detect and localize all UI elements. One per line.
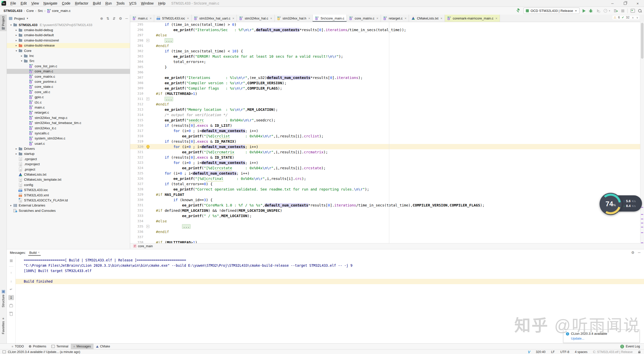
code-line[interactable]: 310#if (MULTITHREAD>1) bbox=[130, 91, 644, 96]
chevron-collapsed-icon[interactable]: ▸ bbox=[14, 147, 18, 150]
code-line[interactable]: 331 ee_printf("CoreMark 1.0 : %f / %s %s… bbox=[130, 202, 644, 208]
code-line[interactable]: 312#endif bbox=[130, 101, 644, 107]
tree-item[interactable]: system_stm32l4xx.c bbox=[7, 136, 130, 141]
inspections-status-icon[interactable]: V bbox=[528, 350, 530, 354]
menu-file[interactable]: File bbox=[8, 0, 18, 7]
caret-position[interactable]: 320:40 bbox=[536, 350, 545, 354]
next-issue-icon[interactable]: ∨ bbox=[636, 16, 638, 19]
editor-tab[interactable]: stm32l4xx_hal.c× bbox=[237, 15, 275, 22]
toolwindow-button-project[interactable]: Project bbox=[0, 15, 7, 31]
toolwindow-button-favorites[interactable]: ★ Favorites bbox=[0, 316, 7, 336]
code-line[interactable]: 301#endif bbox=[130, 43, 644, 48]
down-arrow-icon[interactable]: ↓ bbox=[8, 278, 14, 283]
tree-item[interactable]: ▾Src bbox=[7, 58, 130, 64]
code-line[interactable]: 298+ ... bbox=[130, 38, 644, 43]
code-line[interactable]: 320 for (i=0 ; i<default_num_contexts; i… bbox=[130, 144, 644, 149]
search-everywhere-icon[interactable] bbox=[638, 9, 642, 13]
tree-item[interactable]: core_matrix.c bbox=[7, 74, 130, 79]
code-line[interactable]: 329#if HAS_FLOAT bbox=[130, 192, 644, 197]
status-message[interactable]: CLion 2020.3.4 available // Update... (a… bbox=[3, 350, 80, 354]
code-line[interactable]: 338#if (MULTITHREAD>1) bbox=[130, 240, 644, 243]
code-line[interactable]: 322 if (results[0].execs & ID_STATE) bbox=[130, 155, 644, 160]
code-line[interactable]: 334#else bbox=[130, 218, 644, 224]
chevron-collapsed-icon[interactable]: ▸ bbox=[19, 54, 24, 57]
tree-item[interactable]: .mxproject bbox=[7, 162, 130, 167]
tab-close-icon[interactable]: × bbox=[38, 251, 40, 254]
menu-code[interactable]: Code bbox=[60, 0, 73, 7]
tree-item[interactable]: STM32L433CCTx_FLASH.ld bbox=[7, 198, 130, 203]
attach-to-process-button[interactable] bbox=[614, 9, 618, 13]
code-line[interactable]: 307 ee_printf("Iterations : %lu\n\r",(ee… bbox=[130, 75, 644, 80]
code-line[interactable]: 333 ee_printf(" / %s",MEM_LOCATION); bbox=[130, 213, 644, 218]
tree-item[interactable]: CMakeLists.txt bbox=[7, 172, 130, 177]
error-stripe-mark[interactable] bbox=[641, 227, 643, 227]
chevron-collapsed-icon[interactable]: ▸ bbox=[14, 29, 18, 31]
chevron-collapsed-icon[interactable]: ▸ bbox=[14, 44, 18, 47]
tree-item[interactable]: ▾STM32L433E:\yuwen\STM32\Proj\STM32L433 bbox=[7, 22, 130, 27]
project-panel-title[interactable]: Project bbox=[14, 17, 25, 20]
tree-item[interactable]: stm32l4xx_hal_msp.c bbox=[7, 115, 130, 120]
scroll-to-end-icon[interactable]: ↧ bbox=[8, 295, 14, 300]
editor-tab[interactable]: Src\core_main.c bbox=[313, 15, 347, 22]
prev-issue-icon[interactable]: ∧ bbox=[632, 16, 634, 19]
inspections-widget[interactable]: ⚠ 6 ✔ 32 ∧ ∨ bbox=[612, 15, 639, 19]
restore-button[interactable] bbox=[619, 0, 631, 7]
tree-item[interactable]: .cproject bbox=[7, 156, 130, 161]
code-line[interactable]: 317 for (i=0 ; i<default_num_contexts; i… bbox=[130, 128, 644, 133]
fold-expand-icon[interactable]: + bbox=[146, 97, 149, 100]
tree-item[interactable]: ▸cmake-build-debug bbox=[7, 27, 130, 32]
editor-tab[interactable]: stm32l4xx_hal.h× bbox=[275, 15, 313, 22]
fold-expand-icon[interactable]: + bbox=[146, 39, 149, 42]
tab-close-icon[interactable]: × bbox=[405, 16, 407, 20]
locate-file-icon[interactable]: ⊕ bbox=[100, 16, 103, 20]
coverage-button[interactable] bbox=[596, 9, 600, 13]
tab-close-icon[interactable]: × bbox=[150, 16, 152, 20]
breadcrumb-file[interactable]: core_main.c bbox=[52, 9, 71, 13]
fold-expand-icon[interactable]: + bbox=[146, 225, 149, 228]
update-link[interactable]: Update... bbox=[571, 337, 637, 340]
up-arrow-icon[interactable]: ↑ bbox=[8, 270, 14, 275]
code-line[interactable]: 315 ee_printf("seedcrc : 0x%04x\n\r",see… bbox=[130, 117, 644, 123]
tree-item[interactable]: usart.c bbox=[7, 141, 130, 146]
code-line[interactable]: 304 total_errors++; bbox=[130, 59, 644, 64]
menu-help[interactable]: Help bbox=[156, 0, 168, 7]
print-icon[interactable] bbox=[8, 303, 14, 308]
expand-all-icon[interactable]: ⇅ bbox=[106, 16, 109, 20]
breadcrumb-src[interactable]: Src bbox=[38, 9, 43, 13]
tree-item[interactable]: stm32l4xx_hal_timebase_tim.c bbox=[7, 120, 130, 125]
toolwindow-button-todo[interactable]: ≡TODO bbox=[9, 344, 26, 349]
breadcrumb-project[interactable]: STM32L433 bbox=[4, 9, 22, 13]
code-line[interactable]: 305 } bbox=[130, 64, 644, 70]
tree-item[interactable]: ▸startup bbox=[7, 151, 130, 156]
tab-close-icon[interactable]: × bbox=[270, 16, 272, 20]
menu-navigate[interactable]: Navigate bbox=[41, 0, 60, 7]
tree-item[interactable]: ▸cmake-build-minsizerel bbox=[7, 38, 130, 43]
code-line[interactable]: 321 ee_printf("[%d]crcmatrix : 0x%04x\n\… bbox=[130, 149, 644, 155]
tab-close-icon[interactable]: × bbox=[232, 16, 234, 20]
code-editor[interactable]: 295 if (time_in_secs(total_time) > 0)296… bbox=[130, 22, 644, 243]
scrollbar-thumb[interactable] bbox=[641, 23, 643, 59]
tree-item[interactable]: core_main.c bbox=[7, 69, 130, 74]
tree-item[interactable]: core_util.c bbox=[7, 89, 130, 94]
tree-item[interactable]: STM32L433.ioc bbox=[7, 188, 130, 193]
tree-item[interactable]: STM32L433.xml bbox=[7, 193, 130, 198]
tree-item[interactable]: main.c bbox=[7, 105, 130, 110]
tree-item[interactable]: Scratches and Consoles bbox=[7, 208, 130, 213]
editor-tab[interactable]: retarget.c× bbox=[381, 15, 409, 22]
code-line[interactable]: 311+ ... bbox=[130, 96, 644, 101]
code-line[interactable]: 324 ee_printf("[%d]crcstate : 0x%04x\n\r… bbox=[130, 165, 644, 171]
tree-item[interactable]: retarget.c bbox=[7, 110, 130, 115]
indent-style[interactable]: 4 spaces bbox=[575, 350, 587, 354]
code-line[interactable]: 296 ee_printf("Iterations/Sec : %f\n\r",… bbox=[130, 27, 644, 32]
menu-edit[interactable]: Edit bbox=[18, 0, 29, 7]
code-line[interactable]: 326 ee_printf("[%d]crcfinal : 0x%04x\n\r… bbox=[130, 176, 644, 181]
menu-run[interactable]: Run bbox=[103, 0, 114, 7]
breadcrumb-function[interactable]: core_main bbox=[138, 244, 153, 248]
build-hammer-icon[interactable] bbox=[516, 8, 520, 13]
tree-item[interactable]: .project bbox=[7, 167, 130, 172]
intention-bulb-icon[interactable] bbox=[146, 145, 150, 148]
toolwindow-button-cmake[interactable]: CMake bbox=[94, 344, 113, 349]
soft-wrap-icon[interactable]: ↵ bbox=[8, 287, 14, 292]
code-line[interactable]: 316 if (results[0].execs & ID_LIST) bbox=[130, 123, 644, 128]
chevron-collapsed-icon[interactable]: ▸ bbox=[14, 39, 18, 42]
